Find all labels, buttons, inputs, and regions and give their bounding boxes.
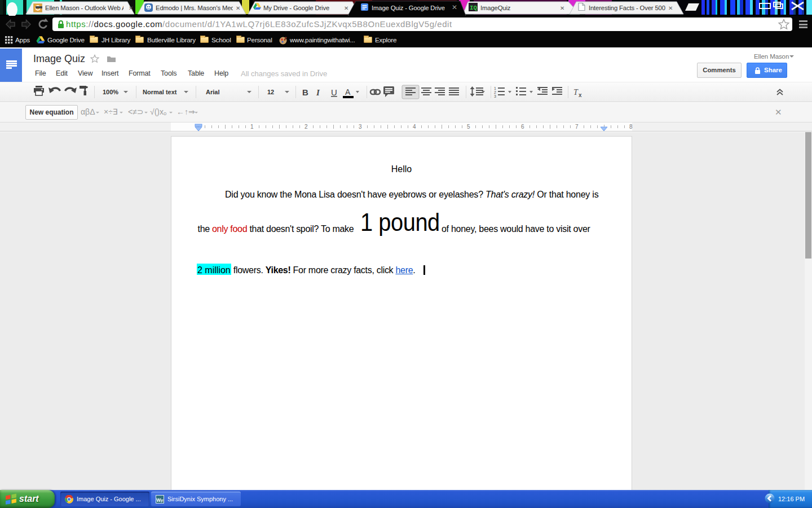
svg-text:U: U [331, 87, 337, 97]
svg-text:T: T [573, 88, 579, 97]
svg-text:A: A [345, 87, 351, 97]
svg-text:x: x [579, 92, 582, 98]
svg-text:I: I [316, 88, 320, 97]
svg-text:1: 1 [494, 86, 496, 90]
svg-text:2: 2 [494, 90, 496, 94]
svg-text:B: B [302, 87, 308, 97]
svg-text:3: 3 [494, 94, 496, 98]
svg-text:F: F [161, 499, 164, 503]
